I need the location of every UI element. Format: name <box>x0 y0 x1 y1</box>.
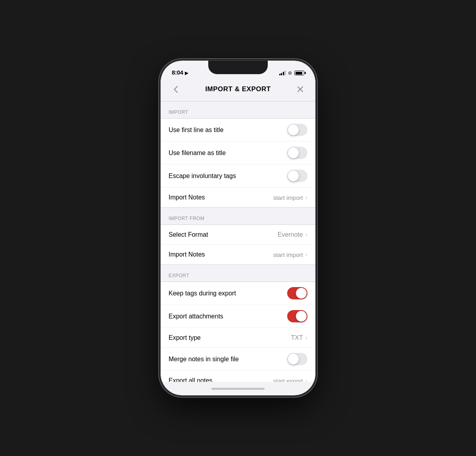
use-first-line-toggle[interactable] <box>287 124 307 136</box>
status-icons: ⊜ <box>279 70 305 76</box>
battery-fill <box>296 72 302 75</box>
keep-tags-label: Keep tags during export <box>169 290 236 297</box>
toggle-thumb <box>296 311 307 322</box>
import-notes-1-label: Import Notes <box>169 194 205 201</box>
export-type-row[interactable]: Export type TXT › <box>161 328 315 348</box>
use-filename-label: Use filename as title <box>169 149 226 157</box>
import-notes-2-row[interactable]: Import Notes start import › <box>161 245 315 264</box>
keep-tags-row: Keep tags during export <box>161 282 315 305</box>
export-type-value: TXT <box>291 334 303 341</box>
keep-tags-toggle[interactable] <box>287 287 307 299</box>
use-filename-toggle[interactable] <box>287 147 307 159</box>
import-group: Use first line as title Use filename as … <box>161 118 315 208</box>
chevron-right-icon: › <box>305 334 307 341</box>
select-format-row[interactable]: Select Format Evernote › <box>161 225 315 245</box>
import-notes-1-right: start import › <box>273 194 307 201</box>
select-format-value: Evernote <box>278 231 303 238</box>
toggle-thumb <box>288 148 299 158</box>
use-first-line-label: Use first line as title <box>169 126 224 134</box>
export-all-notes-row[interactable]: Export all notes start export › <box>161 371 315 382</box>
escape-tags-label: Escape involuntary tags <box>169 172 236 180</box>
page-title: IMPORT & EXPORT <box>205 85 271 93</box>
notch <box>208 61 268 74</box>
toggle-thumb <box>288 125 299 135</box>
use-first-line-row: Use first line as title <box>161 119 315 142</box>
phone-frame: 8:04 ▶ ⊜ IMPORT <box>161 61 315 395</box>
escape-tags-toggle[interactable] <box>287 170 307 182</box>
status-time: 8:04 ▶ <box>172 69 188 76</box>
signal-bar-4 <box>284 71 286 75</box>
content-area: IMPORT Use first line as title Use filen… <box>161 102 315 382</box>
escape-tags-row: Escape involuntary tags <box>161 165 315 188</box>
import-notes-1-row[interactable]: Import Notes start import › <box>161 188 315 207</box>
wifi-icon: ⊜ <box>288 70 292 76</box>
signal-bar-2 <box>281 73 282 75</box>
home-bar <box>211 388 265 390</box>
import-from-group: Select Format Evernote › Import Notes st… <box>161 224 315 265</box>
back-button[interactable] <box>169 82 183 96</box>
toggle-thumb <box>288 171 299 181</box>
export-attachments-row: Export attachments <box>161 305 315 328</box>
screen: 8:04 ▶ ⊜ IMPORT <box>161 61 315 395</box>
import-notes-2-value: start import <box>273 251 303 258</box>
chevron-right-icon: › <box>305 231 307 238</box>
section-header-import-from: IMPORT FROM <box>161 208 315 224</box>
signal-bar-3 <box>283 72 284 75</box>
section-header-import: IMPORT <box>161 102 315 118</box>
merge-notes-row: Merge notes in single file <box>161 348 315 371</box>
battery-icon <box>294 71 304 75</box>
toggle-thumb <box>288 354 299 364</box>
export-attachments-label: Export attachments <box>169 313 223 320</box>
export-all-notes-label: Export all notes <box>169 377 212 382</box>
select-format-right: Evernote › <box>278 231 307 238</box>
nav-bar: IMPORT & EXPORT <box>161 78 315 102</box>
export-type-label: Export type <box>169 334 201 341</box>
merge-notes-label: Merge notes in single file <box>169 356 239 363</box>
merge-notes-toggle[interactable] <box>287 353 307 365</box>
chevron-right-icon: › <box>305 251 307 258</box>
export-type-right: TXT › <box>291 334 307 341</box>
chevron-right-icon: › <box>305 377 307 382</box>
import-notes-2-right: start import › <box>273 251 307 258</box>
select-format-label: Select Format <box>169 231 208 238</box>
signal-bars-icon <box>279 71 286 75</box>
signal-bar-1 <box>279 74 280 75</box>
export-all-notes-value: start export <box>273 377 303 382</box>
use-filename-row: Use filename as title <box>161 142 315 165</box>
import-notes-2-label: Import Notes <box>169 251 205 258</box>
section-header-export: EXPORT <box>161 265 315 282</box>
export-group: Keep tags during export Export attachmen… <box>161 282 315 382</box>
home-indicator <box>161 382 315 395</box>
export-all-notes-right: start export › <box>273 377 307 382</box>
close-button[interactable] <box>293 82 307 96</box>
toggle-thumb <box>296 288 307 299</box>
import-notes-1-value: start import <box>273 194 303 201</box>
export-attachments-toggle[interactable] <box>287 310 307 322</box>
chevron-right-icon: › <box>305 194 307 201</box>
